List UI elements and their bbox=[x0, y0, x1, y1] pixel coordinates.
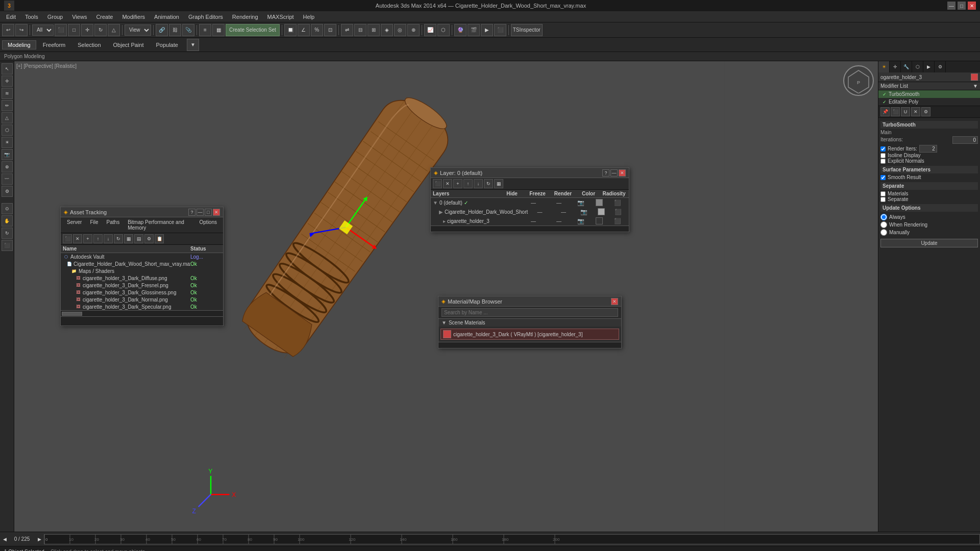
menu-edit[interactable]: Edit bbox=[2, 13, 20, 21]
at-btn-4[interactable]: ↑ bbox=[93, 234, 103, 243]
list-item[interactable]: 🖼 cigarette_holder_3_Dark_Glossiness.png… bbox=[61, 289, 223, 296]
normal-align-button[interactable]: ⊞ bbox=[368, 24, 380, 36]
list-item[interactable]: 🖼 cigarette_holder_3_Dark_Fresnel.png Ok bbox=[61, 282, 223, 289]
layer-scrollbar[interactable] bbox=[431, 226, 629, 232]
layer-manager-button[interactable]: ≡ bbox=[199, 24, 211, 36]
rp-tab-display[interactable]: ☀ bbox=[878, 61, 890, 72]
freeform-tool[interactable]: ≋ bbox=[2, 88, 13, 99]
isoline-checkbox[interactable] bbox=[880, 153, 886, 158]
layer-win-min[interactable]: — bbox=[610, 169, 618, 177]
place-highlight-button[interactable]: ◈ bbox=[381, 24, 393, 36]
camera-tool[interactable]: 📷 bbox=[2, 149, 13, 160]
material-browser-close[interactable]: ✕ bbox=[611, 298, 618, 305]
menu-create[interactable]: Create bbox=[92, 13, 117, 21]
layer-tb-6[interactable]: ↻ bbox=[484, 179, 493, 188]
layer-tb-5[interactable]: ↓ bbox=[474, 179, 483, 188]
material-search-input[interactable] bbox=[442, 308, 618, 317]
ts-inspector-button[interactable]: TSInspector bbox=[511, 24, 543, 36]
manually-radio-input[interactable] bbox=[880, 229, 887, 236]
min-max-tool[interactable]: ⬛ bbox=[2, 240, 13, 251]
menu-animation[interactable]: Animation bbox=[150, 13, 183, 21]
redo-button[interactable]: ↪ bbox=[15, 24, 28, 36]
configure-modset-button[interactable]: ⚙ bbox=[921, 107, 930, 116]
curve-editor-button[interactable]: 📈 bbox=[424, 24, 436, 36]
layer-tb-3[interactable]: + bbox=[453, 179, 462, 188]
timeline-left-btn[interactable]: ◀ bbox=[0, 535, 9, 544]
tab-populate[interactable]: Populate bbox=[150, 40, 183, 49]
render-iters-checkbox[interactable] bbox=[880, 146, 886, 152]
material-browser-header[interactable]: ◈ Material/Map Browser ✕ bbox=[438, 296, 621, 307]
when-rendering-radio-input[interactable] bbox=[880, 221, 887, 228]
rp-tab-utilities[interactable]: ⚙ bbox=[935, 61, 946, 72]
ribbon-options-button[interactable]: ▼ bbox=[187, 39, 199, 51]
link-button[interactable]: 🔗 bbox=[156, 24, 168, 36]
at-menu-options[interactable]: Options bbox=[195, 218, 221, 232]
at-btn-2[interactable]: ✕ bbox=[73, 234, 82, 243]
menu-help[interactable]: Help bbox=[299, 13, 319, 21]
list-item[interactable]: cigarette_holder_3_Dark ( VRayMtl ) [cig… bbox=[440, 329, 619, 340]
move-tool[interactable]: ✛ bbox=[2, 76, 13, 87]
object-color-swatch[interactable] bbox=[971, 73, 978, 81]
select-tool[interactable]: ↖ bbox=[2, 63, 13, 74]
angle-snap-button[interactable]: ∠ bbox=[298, 24, 310, 36]
remove-modifier-button[interactable]: ✕ bbox=[911, 107, 920, 116]
tab-selection[interactable]: Selection bbox=[72, 40, 106, 49]
material-editor-button[interactable]: 🔮 bbox=[454, 24, 467, 36]
rp-tab-create[interactable]: ✛ bbox=[890, 61, 901, 72]
update-button[interactable]: Update bbox=[880, 239, 978, 247]
at-btn-8[interactable]: ▤ bbox=[134, 234, 143, 243]
asset-tracking-close[interactable]: ✕ bbox=[213, 209, 220, 216]
array-button[interactable]: ⊕ bbox=[407, 24, 420, 36]
select-region-button[interactable]: □ bbox=[68, 24, 80, 36]
at-menu-server[interactable]: Server bbox=[63, 218, 86, 232]
list-item[interactable]: 📁 Maps / Shaders bbox=[61, 267, 223, 274]
rp-tab-motion[interactable]: ▶ bbox=[923, 61, 935, 72]
timeline-track[interactable]: 0 10 20 30 40 50 60 70 80 90 1 bbox=[44, 534, 980, 544]
list-item[interactable]: ▼ 0 (default) ✓ — — 📷 ⬛ bbox=[431, 198, 629, 207]
at-btn-10[interactable]: 📋 bbox=[155, 234, 164, 243]
render-iters-input[interactable] bbox=[919, 145, 937, 153]
pin-stack-button[interactable]: 📌 bbox=[880, 107, 890, 116]
materials-checkbox[interactable] bbox=[880, 191, 886, 196]
explicit-normals-checkbox[interactable] bbox=[880, 159, 886, 164]
at-btn-7[interactable]: ▦ bbox=[124, 234, 133, 243]
ribbon-button[interactable]: ▦ bbox=[212, 24, 225, 36]
at-menu-paths[interactable]: Paths bbox=[103, 218, 124, 232]
space-warp-tool[interactable]: 〰 bbox=[2, 173, 13, 185]
bind-button[interactable]: 📎 bbox=[182, 24, 194, 36]
minimize-button[interactable]: — bbox=[947, 2, 955, 10]
menu-tools[interactable]: Tools bbox=[21, 13, 42, 21]
mirror-button[interactable]: ⇌ bbox=[341, 24, 353, 36]
list-item[interactable]: 🖼 cigarette_holder_3_Dark_Normal.png Ok bbox=[61, 296, 223, 303]
shape-tool[interactable]: ⬡ bbox=[2, 124, 13, 136]
all-dropdown[interactable]: All bbox=[32, 24, 54, 36]
material-browser-scrollbar[interactable] bbox=[438, 342, 621, 348]
maximize-button[interactable]: □ bbox=[958, 2, 966, 10]
create-selection-set-button[interactable]: Create Selection Set bbox=[226, 24, 280, 36]
rp-tab-modify[interactable]: 🔧 bbox=[901, 61, 912, 72]
tab-modeling[interactable]: Modeling bbox=[2, 40, 36, 49]
activeshade-button[interactable]: ⬛ bbox=[494, 24, 506, 36]
menu-views[interactable]: Views bbox=[68, 13, 91, 21]
rotate-button[interactable]: ↻ bbox=[94, 24, 107, 36]
list-item[interactable]: 🖼 cigarette_holder_3_Dark_Diffuse.png Ok bbox=[61, 274, 223, 282]
always-radio-input[interactable] bbox=[880, 214, 887, 220]
zoom-extents-tool[interactable]: ⊙ bbox=[2, 203, 13, 214]
render-button[interactable]: ▶ bbox=[481, 24, 493, 36]
align-button[interactable]: ⊟ bbox=[354, 24, 366, 36]
select-button[interactable]: ⬛ bbox=[55, 24, 67, 36]
list-item[interactable]: ⬡ Autodesk Vault Log... bbox=[61, 253, 223, 260]
arc-rotate-tool[interactable]: ↻ bbox=[2, 228, 13, 239]
menu-rendering[interactable]: Rendering bbox=[228, 13, 262, 21]
layer-tb-4[interactable]: ↑ bbox=[463, 179, 473, 188]
pan-tool[interactable]: ✋ bbox=[2, 215, 13, 227]
layer-tb-2[interactable]: ✕ bbox=[443, 179, 452, 188]
modifier-turbosmooth[interactable]: ✓ TurboSmooth bbox=[878, 90, 980, 98]
list-item[interactable]: 📄 Cigarette_Holder_Dark_Wood_Short_max_v… bbox=[61, 260, 223, 267]
at-btn-6[interactable]: ↻ bbox=[114, 234, 123, 243]
layer-window-header[interactable]: ◈ Layer: 0 (default) ? — ✕ bbox=[431, 168, 629, 178]
tab-freeform[interactable]: Freeform bbox=[37, 40, 71, 49]
view-dropdown[interactable]: View bbox=[125, 24, 151, 36]
layer-color-swatch[interactable] bbox=[593, 208, 610, 215]
layer-tb-7[interactable]: ▦ bbox=[494, 179, 503, 188]
